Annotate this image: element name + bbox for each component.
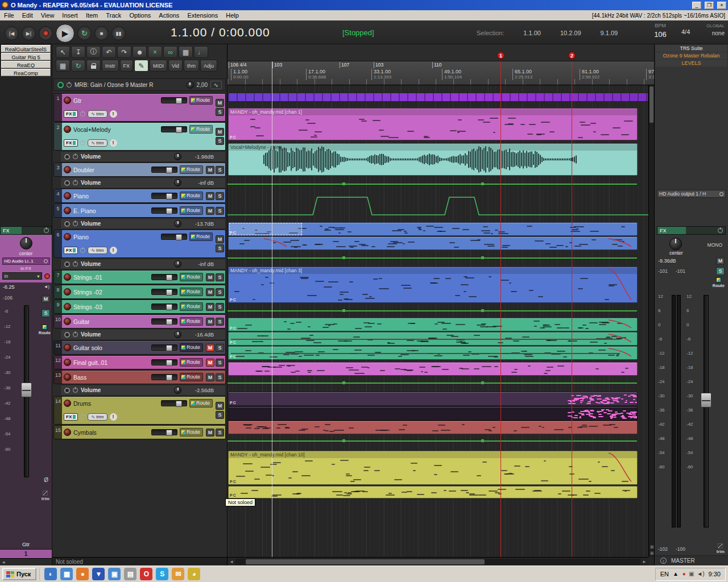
fx-power-icon[interactable] <box>44 228 49 233</box>
mute-button[interactable]: M <box>216 402 224 410</box>
master-plugin-levels[interactable]: LEVELS <box>656 60 727 66</box>
mute-button[interactable]: M <box>206 166 214 174</box>
fx-button[interactable]: FX <box>64 247 78 254</box>
solo-button[interactable]: S <box>216 288 224 296</box>
arrange-item-item-drums[interactable]: MANDY - oh_mandy.mid [chan 10]PC <box>228 451 638 485</box>
volume-fader[interactable] <box>161 400 187 406</box>
menu-help[interactable]: Help <box>222 12 243 19</box>
menu-track[interactable]: Track <box>102 12 125 19</box>
envelope-line[interactable] <box>228 440 637 442</box>
route-button[interactable]: Route <box>180 192 203 200</box>
envelope-row[interactable]: Volume-inf dB <box>60 259 226 269</box>
track-fx-bar[interactable]: FX <box>0 226 52 235</box>
solo-button[interactable]: S <box>216 303 224 311</box>
envelope-knob[interactable] <box>174 220 181 227</box>
track-row-10[interactable]: 10GuitarRouteMS <box>53 314 226 329</box>
monitor-icon[interactable]: ▣ <box>108 568 121 580</box>
fx-power-icon[interactable] <box>80 140 85 146</box>
power-icon[interactable] <box>73 154 78 159</box>
menu-options[interactable]: Options <box>125 12 155 19</box>
pencil-tool-icon[interactable]: ✎ <box>134 60 148 72</box>
monitoring-icon[interactable]: ☻ <box>133 46 147 58</box>
repeat-button[interactable]: ↻ <box>77 26 92 40</box>
route-button[interactable]: Route <box>189 125 213 134</box>
volume-fader[interactable] <box>161 97 187 103</box>
track-row-14[interactable]: 14DrumsRouteFX∿ trim!MS <box>53 396 226 425</box>
zoom-in-icon[interactable]: + <box>650 544 655 550</box>
master-plugin-tr5-suite[interactable]: TR5 Suite <box>656 45 727 52</box>
solo-button[interactable]: S <box>216 411 224 419</box>
record-arm-button[interactable] <box>64 288 71 296</box>
volume-fader[interactable] <box>151 344 177 351</box>
fx-button[interactable]: FX <box>64 110 78 118</box>
insert-media-icon[interactable]: ↧ <box>71 46 85 58</box>
mute-button[interactable]: M <box>206 207 214 215</box>
menu-view[interactable]: View <box>37 12 59 19</box>
opera-icon[interactable]: O <box>140 568 152 580</box>
info-icon[interactable]: ⓘ <box>86 46 101 58</box>
envelope-row[interactable]: Volume-2.56dB <box>60 385 226 396</box>
tempo-marker[interactable]: 103 <box>272 62 282 68</box>
vscroll-thumb[interactable] <box>650 86 653 123</box>
record-arm-button[interactable] <box>64 318 71 325</box>
record-arm-button[interactable] <box>64 233 71 240</box>
scroll-right-icon[interactable]: ► <box>640 559 648 564</box>
envelope-knob[interactable] <box>174 386 181 394</box>
zoom-out-icon[interactable]: + <box>650 551 655 556</box>
route-button[interactable]: Route <box>180 358 203 367</box>
mouse-select-icon[interactable]: ↖ <box>56 46 70 58</box>
volume-fader[interactable] <box>151 318 177 325</box>
record-arm-button[interactable] <box>64 166 71 173</box>
route-button[interactable]: Route <box>180 317 203 326</box>
envelope-row[interactable]: Volume-16.4dB <box>60 329 226 340</box>
master-fx-name[interactable]: MRB: Gain / Ozone 9 Master R <box>75 82 184 88</box>
env-alert-icon[interactable]: ! <box>110 247 117 254</box>
mono-button[interactable]: MONO <box>708 242 722 248</box>
track-number-bar[interactable]: 1 <box>0 549 52 558</box>
power-icon[interactable] <box>73 388 78 393</box>
midi-button[interactable]: MIDI <box>150 60 167 72</box>
envelope-knob[interactable] <box>174 179 181 186</box>
go-end-button[interactable]: ▶| <box>22 26 36 40</box>
tray-red-icon[interactable]: ● <box>682 571 686 577</box>
minimize-button[interactable]: _ <box>692 2 701 9</box>
instr-button[interactable]: Instr <box>102 60 119 72</box>
volume-fader[interactable] <box>161 234 187 240</box>
fader-handle[interactable] <box>701 393 712 408</box>
language-indicator[interactable]: EN <box>660 571 669 577</box>
thm-button[interactable]: thm <box>184 60 199 72</box>
power-icon[interactable] <box>73 180 78 185</box>
tempo-marker[interactable]: 106 4/4 <box>229 62 246 68</box>
ripple-edit-icon[interactable]: ∞ <box>163 46 177 58</box>
track-row-1[interactable]: 1GtrRouteFX∿ trim!MS <box>53 93 226 122</box>
plugin-reacomp[interactable]: ReaComp <box>1 69 51 76</box>
menu-actions[interactable]: Actions <box>155 12 183 19</box>
metronome-icon[interactable]: ♩ <box>194 46 208 58</box>
ruler-time-label[interactable]: 49.1.001:50.104 <box>442 69 462 80</box>
arrange-item-item-chan3[interactable]: MANDY - oh_mandy.mid [chan 3]PC <box>228 267 638 303</box>
volume-fader[interactable] <box>151 304 177 310</box>
track-row-4[interactable]: 4PianoRouteMS <box>53 189 226 203</box>
mail-icon[interactable]: ✉ <box>172 568 184 580</box>
envelope-line[interactable] <box>228 184 637 185</box>
power-icon[interactable] <box>73 221 78 226</box>
trim-button[interactable]: ∿ trim <box>88 413 107 421</box>
master-pan-knob[interactable] <box>669 238 682 250</box>
redo-icon[interactable]: ↷ <box>117 46 131 58</box>
selection-start[interactable]: 1.1.00 <box>523 30 541 36</box>
notes-icon[interactable]: ▤ <box>124 568 136 580</box>
tray-app-icon[interactable]: ▣ <box>689 571 694 577</box>
bpm-value[interactable]: 106 <box>650 30 671 39</box>
tray-expand-icon[interactable]: ▲ <box>673 571 679 577</box>
route-button[interactable]: Route <box>180 165 203 174</box>
solo-button[interactable]: S <box>216 166 224 174</box>
envelope-knob[interactable] <box>174 331 181 338</box>
fx-power-icon[interactable] <box>67 82 72 88</box>
envelope-row[interactable]: Volume-1.98dB <box>60 151 226 162</box>
track-row-12[interactable]: 12Final guit..01RouteMS <box>53 355 226 369</box>
track-row-11[interactable]: 11Guitar soloRouteMS <box>53 340 226 355</box>
solo-button[interactable]: S <box>216 207 224 215</box>
mute-button[interactable]: M <box>206 373 214 381</box>
trim-button[interactable]: trim <box>42 490 49 501</box>
record-button[interactable] <box>39 26 53 40</box>
